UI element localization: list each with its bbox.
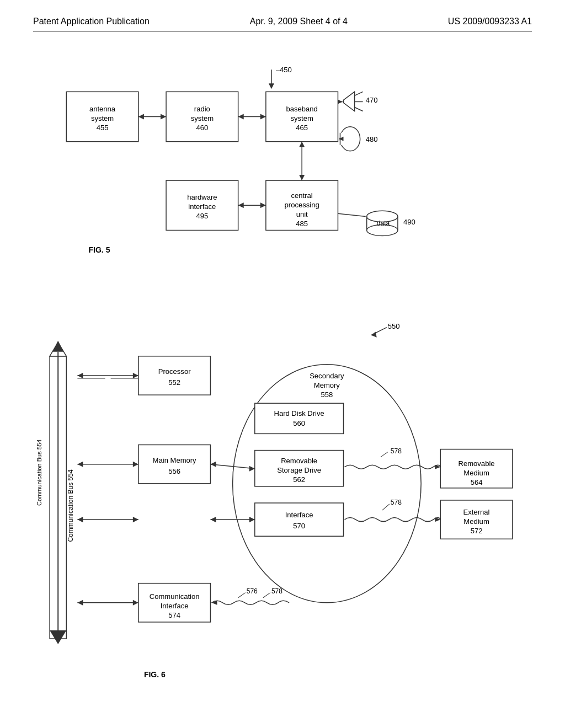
svg-text:baseband: baseband: [286, 105, 317, 113]
svg-line-25: [355, 108, 363, 111]
svg-text:Communication Bus 554: Communication Bus 554: [67, 469, 74, 542]
svg-marker-107: [210, 517, 216, 522]
svg-text:578: 578: [391, 447, 402, 455]
svg-text:Processor: Processor: [158, 367, 191, 376]
svg-text:hardware: hardware: [187, 193, 217, 201]
svg-line-58: [338, 213, 365, 216]
svg-text:system: system: [91, 114, 114, 122]
svg-text:578: 578: [391, 499, 402, 506]
svg-marker-101: [210, 462, 216, 467]
svg-marker-75: [133, 373, 138, 378]
svg-marker-1: [269, 83, 274, 89]
svg-text:FIG. 5: FIG. 5: [88, 245, 110, 254]
svg-text:564: 564: [471, 478, 483, 486]
svg-marker-127: [133, 600, 138, 606]
svg-text:480: 480: [366, 135, 378, 143]
svg-marker-39: [299, 142, 305, 147]
svg-text:552: 552: [168, 378, 180, 387]
svg-text:Interface: Interface: [161, 602, 189, 610]
svg-line-132: [263, 593, 270, 598]
svg-text:External: External: [463, 508, 490, 516]
svg-line-117: [381, 452, 388, 457]
svg-line-120: [382, 504, 390, 510]
svg-text:455: 455: [97, 124, 109, 132]
svg-text:558: 558: [321, 390, 333, 399]
svg-line-130: [238, 593, 246, 598]
svg-text:Interface: Interface: [285, 511, 313, 519]
svg-text:490: 490: [403, 218, 415, 226]
svg-text:495: 495: [196, 212, 208, 220]
svg-text:interface: interface: [188, 202, 216, 211]
svg-text:560: 560: [293, 419, 305, 427]
fig6-diagram: 550 Communication Bus 554 Communication …: [33, 307, 532, 704]
svg-text:Medium: Medium: [463, 469, 489, 477]
svg-text:485: 485: [296, 220, 308, 228]
svg-text:574: 574: [168, 611, 180, 619]
svg-marker-50: [260, 202, 266, 208]
svg-text:Memory: Memory: [314, 381, 340, 389]
fig5-svg: 450 antenna system 455 radio system 460 …: [33, 53, 532, 285]
svg-line-99: [210, 464, 254, 469]
svg-marker-18: [138, 114, 144, 120]
svg-marker-84: [77, 462, 83, 467]
header-center: Apr. 9, 2009 Sheet 4 of 4: [250, 17, 348, 26]
header-left: Patent Application Publication: [33, 17, 150, 26]
svg-text:578: 578: [271, 587, 282, 595]
svg-marker-67: [52, 341, 63, 352]
svg-marker-76: [77, 373, 83, 378]
svg-text:550: 550: [388, 322, 400, 330]
svg-text:Communication Bus 554: Communication Bus 554: [36, 440, 42, 506]
svg-text:radio: radio: [194, 105, 210, 113]
svg-text:465: 465: [296, 124, 308, 132]
svg-text:562: 562: [293, 475, 305, 484]
svg-text:system: system: [191, 114, 214, 122]
svg-text:470: 470: [366, 96, 378, 104]
svg-text:system: system: [290, 114, 313, 122]
svg-text:Hard Disk Drive: Hard Disk Drive: [274, 409, 324, 417]
svg-rect-96: [255, 503, 344, 536]
fig5-diagram: 450 antenna system 455 radio system 460 …: [33, 53, 532, 285]
svg-text:460: 460: [196, 124, 208, 132]
svg-text:Communication: Communication: [150, 592, 200, 601]
svg-marker-83: [133, 462, 138, 467]
svg-text:Storage Drive: Storage Drive: [277, 466, 321, 474]
svg-text:processing: processing: [285, 201, 319, 209]
svg-marker-100: [249, 466, 255, 472]
header-right: US 2009/0093233 A1: [448, 17, 532, 26]
svg-marker-20: [260, 114, 266, 120]
svg-text:data: data: [377, 220, 390, 227]
svg-marker-21: [238, 114, 244, 120]
svg-text:450: 450: [280, 66, 292, 74]
svg-marker-22: [343, 92, 354, 111]
svg-marker-17: [161, 114, 166, 120]
svg-marker-38: [299, 175, 305, 180]
svg-text:Secondary: Secondary: [310, 372, 344, 380]
svg-text:Medium: Medium: [463, 517, 489, 526]
svg-marker-128: [77, 600, 83, 606]
svg-marker-104: [77, 517, 83, 522]
page: Patent Application Publication Apr. 9, 2…: [0, 0, 565, 728]
svg-text:Removable: Removable: [281, 457, 317, 465]
svg-marker-106: [249, 517, 255, 522]
svg-text:unit: unit: [296, 210, 308, 218]
svg-line-23: [355, 92, 363, 95]
svg-text:576: 576: [247, 587, 258, 595]
svg-text:antenna: antenna: [89, 105, 116, 113]
svg-marker-51: [238, 202, 244, 208]
svg-marker-103: [133, 517, 138, 522]
svg-text:Main Memory: Main Memory: [153, 456, 196, 464]
page-header: Patent Application Publication Apr. 9, 2…: [33, 17, 532, 31]
svg-text:Removable: Removable: [459, 459, 495, 468]
svg-text:556: 556: [168, 467, 180, 475]
svg-text:central: central: [291, 191, 313, 200]
svg-rect-89: [255, 403, 344, 433]
svg-text:572: 572: [471, 527, 483, 535]
svg-text:FIG. 6: FIG. 6: [144, 670, 166, 679]
fig6-svg: 550 Communication Bus 554 Communication …: [33, 307, 532, 704]
svg-text:570: 570: [293, 522, 305, 530]
